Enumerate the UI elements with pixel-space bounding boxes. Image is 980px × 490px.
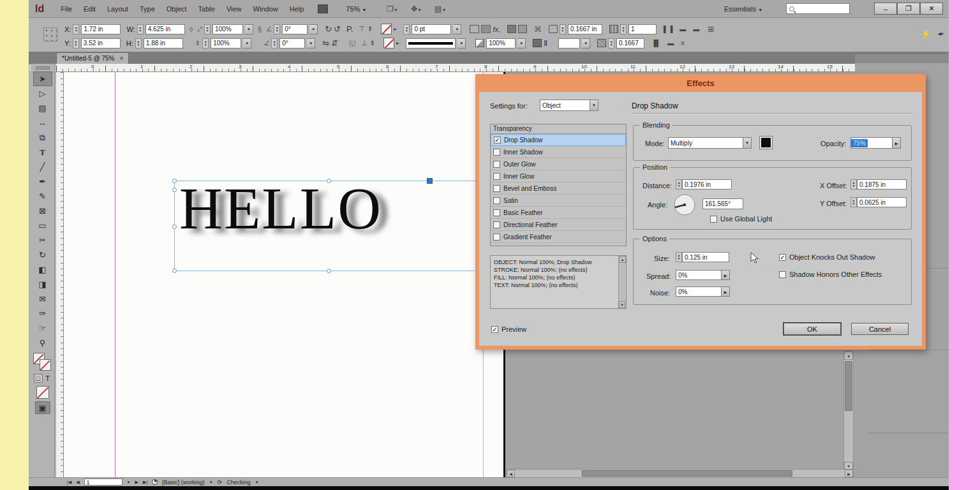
effect-row-inner-glow[interactable]: Inner Glow [491,170,626,182]
menu-edit[interactable]: Edit [80,5,100,13]
stroke-weight-field[interactable]: 0 pt [412,24,451,34]
close-button[interactable]: ✕ [920,3,943,15]
page-number-field[interactable]: 1 [84,479,122,486]
preview-checkbox[interactable]: ✓ Preview [491,325,526,333]
search-input[interactable] [786,3,850,14]
rectangle-tool[interactable]: ▭ [33,218,52,233]
line-tool[interactable]: ╱ [33,160,52,174]
menu-type[interactable]: Type [136,5,159,13]
constrain-link-icon[interactable]: ◊ [189,26,193,33]
distance-stepper[interactable]: ▲▼ [676,179,682,189]
next-page-button[interactable]: ▶ [135,480,138,485]
align-right-icon[interactable]: ▐▌ [651,40,660,47]
opacity-field[interactable]: 75% ▶ [850,137,901,149]
effect-checkbox[interactable] [493,197,500,204]
space-after-icon[interactable]: ▬ [667,40,674,47]
screen-mode-button[interactable]: ✥▼ [411,4,422,13]
minimize-button[interactable]: – [874,3,897,15]
multi-line-icon[interactable]: ≡ [681,40,685,47]
last-page-button[interactable]: ▶| [143,480,147,485]
stroke-weight-stepper[interactable]: ▲▼ [403,24,410,34]
effect-row-drop-shadow[interactable]: ✓ Drop Shadow [491,134,626,146]
scale-y-field[interactable]: 100% [211,38,241,48]
hello-text[interactable]: HELLO [179,177,382,240]
horizontal-ruler[interactable]: 0 1 2 3 4 5 6 7 8 9 10 11 12 13 14 15 [56,64,855,72]
columns-stepper[interactable]: ▲▼ [620,24,627,34]
effect-checkbox[interactable] [493,234,500,241]
frame-handle[interactable] [172,179,177,183]
distribute-icon[interactable]: ⇞ [367,25,373,33]
rotation-stepper[interactable]: ▲▼ [274,24,280,34]
menu-help[interactable]: Help [286,5,308,13]
angle-field[interactable]: 161.565° [702,198,743,209]
panel-grip[interactable] [36,66,50,70]
restore-button[interactable]: ❐ [897,3,920,15]
prev-page-button[interactable]: ◀ [76,480,79,485]
formatting-text-toggle[interactable]: T [44,375,52,382]
gap-tool[interactable]: ↔ [33,115,52,130]
effect-checkbox[interactable] [493,185,500,192]
scroll-up-icon[interactable]: ▲ [619,256,626,263]
align-bottom-icon[interactable]: ⊥ [361,39,368,47]
size-field[interactable]: ▲▼ 0.125 in [676,252,729,262]
content-collector-tool[interactable]: ⧉ [33,130,52,145]
x-offset-field[interactable]: ▲▼ 0.1875 in [850,179,907,189]
chevron-down-icon[interactable]: ▼ [309,24,318,34]
para-space-icon[interactable]: ▬ [679,26,686,33]
fill-menu-arrow[interactable]: ▸ [394,26,396,32]
gradient-feather-tool[interactable]: ◨ [33,277,52,292]
rotation-field[interactable]: 0° [282,24,308,34]
menu-view[interactable]: View [223,5,246,13]
reference-point-icon[interactable] [43,27,57,41]
scroll-left-icon[interactable]: ◀ [507,470,515,477]
transparency-icon[interactable] [518,25,527,33]
menu-object[interactable]: Object [163,5,191,13]
align-left-icon[interactable]: ▌▐ [664,26,672,33]
fit-content-icon[interactable]: Ⅱ [544,39,547,48]
pen-tool[interactable]: ✒ [33,174,52,189]
first-page-button[interactable]: |◀ [67,480,71,485]
type-tool[interactable]: T [33,145,52,160]
view-options-button[interactable]: ❒▼ [387,4,398,13]
effects-fx-icon[interactable]: fx, [493,26,500,33]
shear-stepper[interactable]: ▲▼ [271,38,278,48]
frame-handle[interactable] [172,269,177,273]
corner-options-icon[interactable] [470,25,479,33]
menu-table[interactable]: Table [195,5,219,13]
preflight-menu-icon[interactable]: ▼ [209,480,213,484]
menu-layout[interactable]: Layout [103,5,132,13]
frame-handle[interactable] [327,269,331,273]
menu-file[interactable]: File [57,5,76,13]
hand-tool[interactable]: ☞ [33,321,52,336]
cancel-button[interactable]: Cancel [851,323,909,335]
zoom-level-dropdown[interactable]: 75% ▼ [346,5,366,13]
arrange-documents-button[interactable]: ▤▼ [434,4,446,13]
scale-x-field[interactable]: 100% [212,24,243,34]
page-menu-icon[interactable]: ▼ [127,480,131,484]
eyedropper-tool[interactable]: ✑ [33,306,52,321]
honors-checkbox[interactable]: Shadow Honors Other Effects [779,271,882,278]
document-tab[interactable]: *Untitled-5 @ 75% × [56,52,129,64]
y-field[interactable]: 3.52 in [81,38,121,48]
free-transform-tool[interactable]: ↻ [33,248,52,262]
apply-none-button[interactable] [36,386,49,399]
scroll-down-icon[interactable]: ▼ [619,301,625,308]
corner-radius-stepper[interactable]: ▲▼ [560,24,566,34]
scroll-thumb[interactable] [845,361,852,411]
frame-handle-selected[interactable] [427,178,433,184]
horizontal-scrollbar[interactable]: ◀ ▶ [506,469,854,478]
gutter-stepper[interactable]: ▲▼ [608,38,614,48]
chevron-down-icon[interactable]: ▼ [582,38,590,48]
page[interactable] [64,72,504,477]
gutter-dropdown[interactable] [558,38,580,48]
effect-checkbox[interactable] [493,209,500,216]
scissors-tool[interactable]: ✂ [33,233,52,248]
columns-field[interactable]: 1 [628,24,657,34]
noise-dropdown[interactable]: 0%▶ [676,286,730,297]
chevron-down-icon[interactable]: ▼ [517,38,526,48]
corner-radius-field[interactable]: 0.1667 in [568,24,602,34]
effect-row-gradient-feather[interactable]: Gradient Feather [491,231,626,243]
settings-for-dropdown[interactable]: Object▼ [540,100,598,111]
stroke-style-dropdown[interactable] [406,38,456,48]
h-field[interactable]: 1.88 in [144,38,183,48]
